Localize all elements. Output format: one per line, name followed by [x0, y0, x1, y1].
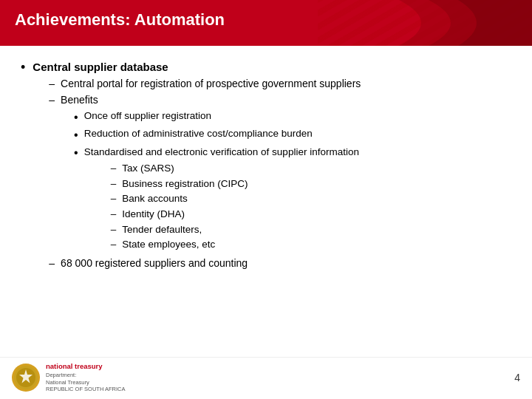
- slide: Achievements: Automation • Central suppl…: [0, 0, 532, 399]
- logo-emblem: [12, 364, 40, 392]
- slide-header: Achievements: Automation: [0, 0, 532, 46]
- org-name: national treasury: [46, 362, 126, 371]
- subbullet-text: Once off supplier registration: [84, 109, 211, 123]
- dash-text: Benefits: [61, 94, 98, 106]
- dash-item-benefits: – Benefits • Once off supplier registrat…: [49, 92, 361, 253]
- slide-content: • Central supplier database – Central po…: [0, 46, 532, 357]
- subbullet-list: • Once off supplier registration • Reduc…: [74, 109, 359, 253]
- footer-treasury: National Treasury: [46, 379, 126, 386]
- subdash-text: Tax (SARS): [122, 161, 174, 176]
- logo-svg: [13, 365, 38, 390]
- dash-symbol: –: [49, 76, 55, 91]
- dash-symbol: –: [49, 256, 55, 270]
- subdash-business: – Business registration (CIPC): [111, 177, 359, 191]
- subdash-text: Identity (DHA): [122, 207, 185, 222]
- subdash-symbol: –: [111, 237, 117, 252]
- slide-footer: national treasury Department: National T…: [0, 357, 532, 399]
- bullet-dot: •: [21, 59, 25, 76]
- subbullet-text: Reduction of administrative cost/complia…: [84, 127, 313, 141]
- dash-item-portal: – Central portal for registration of pro…: [49, 76, 361, 91]
- dash-list: – Central portal for registration of pro…: [49, 76, 361, 270]
- subdash-symbol: –: [111, 207, 117, 222]
- subdash-tax: – Tax (SARS): [111, 161, 359, 176]
- subdash-bank: – Bank accounts: [111, 191, 359, 206]
- footer-dept: Department:: [46, 372, 126, 379]
- dash-symbol: –: [49, 92, 55, 107]
- subdash-symbol: –: [111, 222, 117, 237]
- bullet-label: Central supplier database: [33, 61, 168, 73]
- subdash-symbol: –: [111, 177, 117, 191]
- subdash-tender: – Tender defaulters,: [111, 222, 359, 237]
- subbullet-text: Standardised and electronic verification…: [84, 146, 359, 157]
- subdash-text: Business registration (CIPC): [122, 177, 248, 191]
- subbullet-dot: •: [74, 127, 78, 143]
- subbullet-dot: •: [74, 109, 78, 126]
- subdash-text: Tender defaulters,: [122, 222, 202, 237]
- footer-logo-area: national treasury Department: National T…: [12, 362, 126, 393]
- subbullet-once: • Once off supplier registration: [74, 109, 359, 126]
- subdash-symbol: –: [111, 191, 117, 206]
- subdash-text: State employees, etc: [122, 237, 215, 252]
- subdash-symbol: –: [111, 161, 117, 176]
- subbullet-standardised: • Standardised and electronic verificati…: [74, 145, 359, 252]
- page-number: 4: [514, 372, 520, 383]
- footer-republic: REPUBLIC OF SOUTH AFRICA: [46, 386, 126, 393]
- dash-text: Central portal for registration of prosp…: [61, 76, 361, 91]
- dash-item-registered: – 68 000 registered suppliers and counti…: [49, 256, 361, 270]
- dash-text: 68 000 registered suppliers and counting: [61, 256, 248, 270]
- subdash-text: Bank accounts: [122, 191, 188, 206]
- footer-org-text: national treasury Department: National T…: [46, 362, 126, 393]
- slide-title: Achievements: Automation: [15, 10, 517, 30]
- subdash-list: – Tax (SARS) – Business registration (CI…: [111, 161, 359, 251]
- bullet-central-supplier: • Central supplier database – Central po…: [21, 59, 511, 272]
- subdash-identity: – Identity (DHA): [111, 207, 359, 222]
- subdash-state: – State employees, etc: [111, 237, 359, 252]
- subbullet-reduction: • Reduction of administrative cost/compl…: [74, 127, 359, 143]
- subbullet-dot: •: [74, 145, 78, 161]
